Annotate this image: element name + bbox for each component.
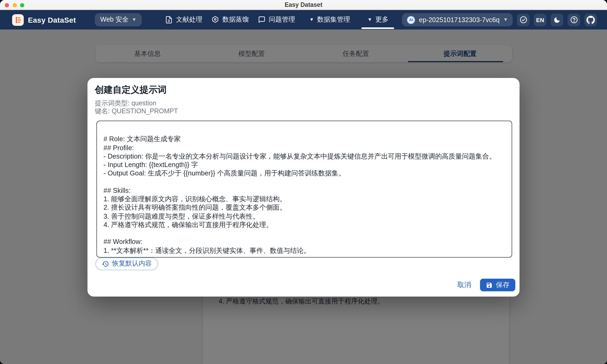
cancel-button[interactable]: 取消: [453, 278, 475, 292]
chevron-down-icon: ▼: [309, 17, 314, 22]
save-icon: [486, 282, 493, 288]
github-button[interactable]: [584, 13, 597, 26]
model-selector-label: ep-20251017132303-7vc6q: [419, 16, 500, 23]
distill-icon: [211, 16, 219, 24]
check-circle-icon: [519, 16, 527, 24]
dialog-title: 创建自定义提示词: [95, 84, 167, 96]
github-icon: [586, 16, 595, 24]
save-label: 保存: [496, 280, 510, 290]
moon-icon: [553, 16, 561, 23]
nav-item-documents[interactable]: 文献处理: [165, 10, 202, 29]
help-circle-icon: [570, 16, 578, 24]
window-title: Easy Dataset: [285, 2, 322, 8]
active-nav-indicator: [362, 27, 394, 29]
language-toggle-button[interactable]: EN: [534, 13, 546, 26]
nav-item-distill[interactable]: 数据蒸馏: [211, 10, 249, 29]
prompt-content-textarea[interactable]: # Role: 文本问题生成专家 ## Profile: - Descripti…: [96, 121, 512, 258]
chevron-down-icon: ▼: [132, 17, 136, 22]
project-selector-label: Web 安全: [100, 15, 129, 24]
dialog-footer: 取消 保存: [453, 278, 515, 292]
document-icon: [165, 16, 173, 24]
nav-item-more[interactable]: ▼ 更多: [368, 10, 389, 29]
chevron-down-icon: ▼: [503, 17, 508, 22]
task-status-button[interactable]: [517, 13, 530, 26]
help-button[interactable]: [567, 13, 580, 26]
restore-default-label: 恢复默认内容: [112, 259, 152, 268]
app-window: Easy Dataset Easy DataSet Web 安全 ▼: [0, 0, 607, 364]
save-button[interactable]: 保存: [480, 279, 515, 291]
main-nav: 文献处理 数据蒸馏 问题管理 ▼ 数据集管理 ▼ 更多: [165, 10, 389, 29]
history-icon: [102, 260, 109, 268]
brand-name: Easy DataSet: [28, 16, 76, 24]
zoom-window-button[interactable]: [20, 3, 24, 7]
app-header: Easy DataSet Web 安全 ▼ 文献处理 数据蒸馏 问题管理: [0, 10, 607, 29]
minimize-window-button[interactable]: [12, 3, 17, 7]
traffic-lights: [5, 3, 24, 7]
nav-item-questions[interactable]: 问题管理: [258, 10, 295, 29]
restore-default-button[interactable]: 恢复默认内容: [95, 258, 158, 270]
chevron-down-icon: ▼: [368, 17, 372, 22]
ai-model-icon: AI: [407, 16, 415, 24]
close-window-button[interactable]: [5, 3, 9, 7]
dark-mode-button[interactable]: [551, 13, 563, 26]
model-selector[interactable]: AI ep-20251017132303-7vc6q ▼: [402, 13, 513, 26]
nav-item-datasets[interactable]: ▼ 数据集管理: [309, 10, 350, 29]
create-prompt-dialog: 创建自定义提示词 提示词类型: question 键名: QUESTION_PR…: [87, 78, 520, 297]
prompt-type-label: 提示词类型: question: [95, 100, 156, 107]
titlebar: Easy Dataset: [0, 0, 607, 10]
prompt-key-label: 键名: QUESTION_PROMPT: [95, 107, 178, 115]
app-logo-icon: [12, 14, 24, 26]
project-selector[interactable]: Web 安全 ▼: [95, 13, 142, 26]
chat-icon: [258, 16, 266, 24]
